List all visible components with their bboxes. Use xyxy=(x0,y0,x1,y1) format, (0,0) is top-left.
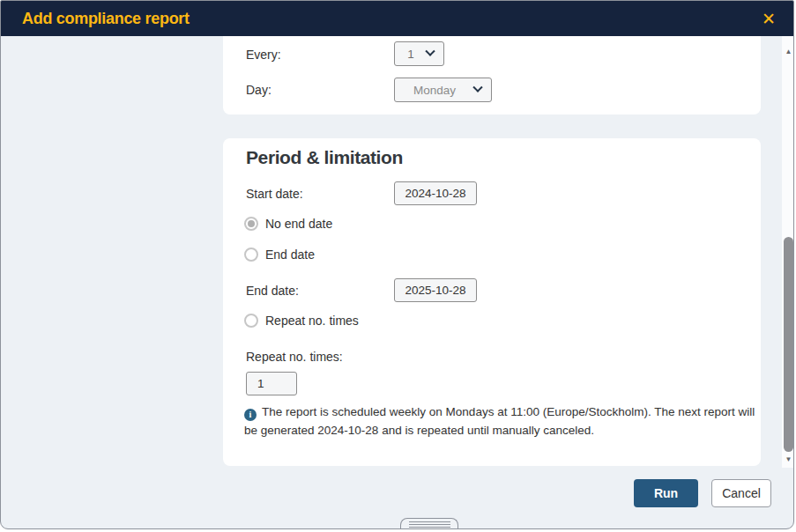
every-select[interactable]: 1 xyxy=(394,41,444,66)
info-icon: i xyxy=(244,409,257,421)
no-end-date-radio-label[interactable]: No end date xyxy=(265,217,332,231)
repeat-times-input[interactable] xyxy=(246,372,297,395)
chevron-down-icon xyxy=(472,83,482,92)
end-date-radio-label[interactable]: End date xyxy=(265,248,315,262)
radio-row-no-end-date[interactable]: No end date xyxy=(244,217,332,231)
end-date-label: End date: xyxy=(246,284,299,298)
run-button[interactable]: Run xyxy=(634,479,698,507)
every-select-value: 1 xyxy=(395,48,427,61)
end-date-input[interactable] xyxy=(394,278,477,302)
start-date-label: Start date: xyxy=(246,187,303,201)
radio-row-repeat-times[interactable]: Repeat no. times xyxy=(244,314,359,328)
schedule-info-note: iThe report is scheduled weekly on Monda… xyxy=(244,403,755,440)
end-date-radio[interactable] xyxy=(244,248,258,262)
day-select[interactable]: Monday xyxy=(394,78,492,102)
scrollbar-thumb[interactable] xyxy=(784,237,793,452)
schedule-info-text: The report is scheduled weekly on Monday… xyxy=(244,405,755,437)
add-compliance-report-dialog: Add compliance report ✕ Every: 1 Day: Mo… xyxy=(0,0,794,529)
scrollbar-track[interactable]: ▲ ▼ xyxy=(782,36,794,468)
repeat-times-radio-label[interactable]: Repeat no. times xyxy=(265,314,359,328)
scrollbar-down-icon[interactable]: ▼ xyxy=(782,455,794,464)
no-end-date-radio[interactable] xyxy=(244,217,258,231)
cancel-button[interactable]: Cancel xyxy=(711,479,771,507)
dialog-header: Add compliance report ✕ xyxy=(1,1,793,36)
radio-row-end-date[interactable]: End date xyxy=(244,248,315,262)
schedule-card: Every: 1 Day: Monday xyxy=(223,36,761,115)
period-limitation-card: Period & limitation Start date: No end d… xyxy=(223,138,761,466)
resize-grip-handle[interactable] xyxy=(400,518,458,529)
scrollbar-up-icon[interactable]: ▲ xyxy=(782,48,794,56)
day-select-value: Monday xyxy=(395,84,474,97)
day-label: Day: xyxy=(246,83,272,97)
close-icon[interactable]: ✕ xyxy=(758,9,779,29)
repeat-times-radio[interactable] xyxy=(244,314,258,328)
start-date-input[interactable] xyxy=(394,181,477,205)
dialog-title: Add compliance report xyxy=(22,10,190,28)
every-label: Every: xyxy=(246,48,281,62)
repeat-times-label: Repeat no. times: xyxy=(246,350,343,364)
period-limitation-heading: Period & limitation xyxy=(246,147,403,168)
chevron-down-icon xyxy=(425,47,435,56)
